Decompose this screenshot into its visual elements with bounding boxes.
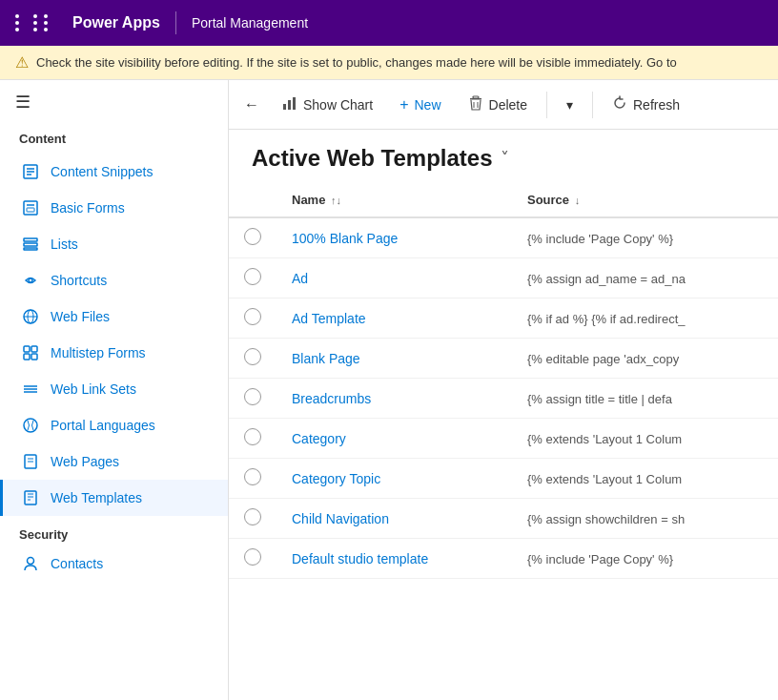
show-chart-label: Show Chart — [303, 97, 373, 113]
row-source-text: {% extends 'Layout 1 Colum — [527, 432, 682, 446]
row-select-radio[interactable] — [244, 388, 261, 405]
sidebar-item-label: Contacts — [51, 556, 103, 571]
refresh-button[interactable]: Refresh — [601, 90, 691, 119]
more-button[interactable]: ▾ — [555, 92, 584, 118]
sidebar-item-label: Web Link Sets — [51, 381, 136, 397]
table-container: Name ↑↓ Source ↓ 100% Blank Page — [229, 183, 778, 700]
back-icon: ← — [244, 96, 259, 113]
sidebar-item-web-link-sets[interactable]: Web Link Sets — [0, 371, 228, 407]
web-link-sets-icon — [22, 381, 39, 398]
portal-title: Portal Management — [192, 15, 308, 31]
sidebar-item-label: Web Templates — [51, 490, 142, 505]
row-select-radio[interactable] — [244, 228, 261, 245]
row-source-cell: {% editable page 'adx_copy — [512, 339, 778, 379]
row-select-cell — [229, 217, 276, 258]
page-title: Active Web Templates — [252, 145, 493, 172]
row-name-link[interactable]: Ad — [292, 271, 308, 286]
table-header-row: Name ↑↓ Source ↓ — [229, 183, 778, 217]
multistep-forms-icon — [22, 344, 39, 361]
sidebar-item-label: Multistep Forms — [51, 345, 146, 360]
delete-label: Delete — [489, 97, 527, 113]
shortcuts-icon — [22, 272, 39, 289]
page-header: Active Web Templates ˅ — [229, 130, 778, 183]
table-row: 100% Blank Page {% include 'Page Copy' %… — [229, 217, 778, 258]
source-column-header[interactable]: Source ↓ — [512, 183, 778, 217]
row-select-radio[interactable] — [244, 268, 261, 285]
sidebar-item-lists[interactable]: Lists — [0, 226, 228, 262]
row-name-link[interactable]: Breadcrumbs — [292, 391, 371, 406]
row-source-text: {% extends 'Layout 1 Colum — [527, 472, 682, 486]
svg-rect-17 — [31, 354, 37, 360]
warning-bar: ⚠ Check the site visibility before editi… — [0, 46, 778, 80]
svg-rect-15 — [31, 346, 37, 352]
row-name-link[interactable]: Blank Page — [292, 351, 360, 366]
back-button[interactable]: ← — [236, 91, 267, 119]
row-select-cell — [229, 539, 276, 579]
row-select-radio[interactable] — [244, 308, 261, 325]
chevron-down-icon: ▾ — [566, 97, 573, 113]
name-column-header[interactable]: Name ↑↓ — [276, 183, 512, 217]
row-name-cell: Default studio template — [276, 539, 512, 579]
portal-languages-icon — [22, 417, 39, 434]
svg-point-21 — [24, 419, 37, 432]
sidebar-item-label: Basic Forms — [51, 200, 125, 216]
row-name-link[interactable]: Default studio template — [292, 551, 428, 566]
new-button[interactable]: + New — [388, 91, 452, 119]
sidebar-item-web-pages[interactable]: Web Pages — [0, 443, 228, 480]
top-bar-divider — [175, 11, 176, 34]
row-name-cell: Category — [276, 419, 512, 459]
svg-rect-30 — [283, 104, 286, 110]
sidebar-item-multistep-forms[interactable]: Multistep Forms — [0, 335, 228, 371]
row-source-cell: {% include 'Page Copy' %} — [512, 217, 778, 258]
new-label: New — [415, 97, 441, 113]
sidebar-item-label: Content Snippets — [51, 164, 153, 179]
table-row: Category Topic {% extends 'Layout 1 Colu… — [229, 459, 778, 499]
sidebar-item-content-snippets[interactable]: Content Snippets — [0, 154, 228, 190]
table-row: Ad {% assign ad_name = ad_na — [229, 258, 778, 299]
svg-rect-7 — [24, 238, 37, 241]
sidebar-item-portal-languages[interactable]: Portal Languages — [0, 407, 228, 443]
svg-point-29 — [28, 558, 34, 565]
svg-rect-33 — [473, 96, 479, 98]
row-name-link[interactable]: 100% Blank Page — [292, 231, 398, 246]
web-templates-icon — [22, 489, 39, 506]
page-title-chevron[interactable]: ˅ — [501, 148, 509, 169]
row-select-radio[interactable] — [244, 508, 261, 525]
content-section-title: Content — [0, 124, 228, 154]
row-name-cell: 100% Blank Page — [276, 217, 512, 258]
row-select-radio[interactable] — [244, 548, 261, 566]
row-select-cell — [229, 258, 276, 299]
row-select-radio[interactable] — [244, 348, 261, 365]
row-source-text: {% if ad %} {% if ad.redirect_ — [527, 312, 685, 326]
svg-rect-16 — [24, 354, 30, 360]
row-select-radio[interactable] — [244, 428, 261, 445]
sidebar-item-web-templates[interactable]: Web Templates — [0, 480, 228, 516]
refresh-label: Refresh — [633, 97, 680, 113]
apps-grid-button[interactable] — [15, 14, 59, 31]
main-layout: ☰ Content Content Snippets Basic Forms L… — [0, 80, 778, 700]
sidebar-item-label: Lists — [51, 237, 78, 252]
row-name-link[interactable]: Ad Template — [292, 311, 366, 326]
row-select-radio[interactable] — [244, 468, 261, 485]
sidebar-toggle[interactable]: ☰ — [0, 80, 228, 124]
delete-button[interactable]: Delete — [457, 90, 539, 119]
row-name-cell: Category Topic — [276, 459, 512, 499]
row-name-link[interactable]: Category — [292, 431, 346, 446]
sidebar-item-basic-forms[interactable]: Basic Forms — [0, 190, 228, 226]
sidebar-item-shortcuts[interactable]: Shortcuts — [0, 262, 228, 299]
new-icon: + — [399, 96, 408, 113]
security-section-title: Security — [0, 516, 228, 546]
web-pages-icon — [22, 453, 39, 470]
row-source-text: {% assign showchildren = sh — [527, 512, 685, 526]
warning-text: Check the site visibility before editing… — [36, 55, 677, 70]
toolbar-divider — [546, 92, 547, 118]
show-chart-button[interactable]: Show Chart — [271, 90, 384, 119]
delete-icon — [468, 95, 483, 113]
sidebar-item-web-files[interactable]: Web Files — [0, 299, 228, 335]
sidebar-item-contacts[interactable]: Contacts — [0, 546, 228, 582]
row-name-link[interactable]: Child Navigation — [292, 511, 389, 526]
row-source-cell: {% include 'Page Copy' %} — [512, 539, 778, 579]
row-name-link[interactable]: Category Topic — [292, 471, 380, 486]
table-row: Blank Page {% editable page 'adx_copy — [229, 339, 778, 379]
row-source-cell: {% extends 'Layout 1 Colum — [512, 459, 778, 499]
